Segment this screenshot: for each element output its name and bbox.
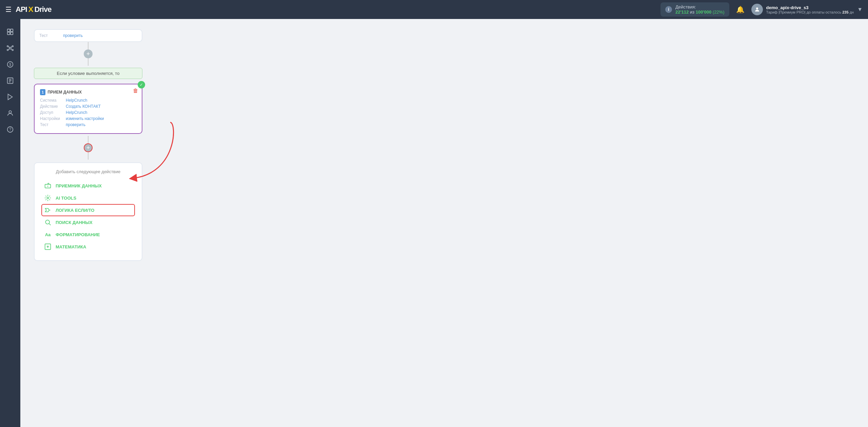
menu-item-search-label: ПОИСК ДАННЫХ (56, 220, 93, 225)
actions-label: Действия: (675, 4, 696, 9)
system-value[interactable]: HelpCrunch (66, 98, 87, 103)
check-icon: ✓ (138, 81, 145, 88)
menu-icon[interactable]: ☰ (5, 5, 12, 14)
ai-tools-icon (44, 194, 52, 202)
chevron-down-icon: ▼ (857, 6, 863, 13)
sidebar-item-tasks[interactable] (3, 73, 18, 88)
svg-line-13 (11, 48, 12, 50)
svg-marker-20 (8, 94, 13, 100)
menu-item-format-label: ФОРМАТИРОВАНИЕ (56, 232, 100, 237)
svg-text:?: ? (9, 127, 12, 132)
actions-total: 100'000 (696, 9, 711, 15)
logo-x: X (28, 5, 33, 14)
receiver-icon (44, 182, 52, 189)
svg-rect-3 (7, 32, 10, 35)
sidebar-item-connections[interactable] (3, 41, 18, 56)
sidebar: $ ? (0, 19, 20, 427)
connector-2: + (34, 136, 142, 160)
add-action-title: Добавить следующее действие (41, 169, 135, 174)
main-content: Тест проверить + Если условие выполняетс… (20, 19, 868, 427)
menu-item-data-receiver-label: ПРИЕМНИК ДАННЫХ (56, 183, 102, 188)
menu-item-format[interactable]: Aa ФОРМАТИРОВАНИЕ (41, 228, 135, 241)
menu-item-math[interactable]: МАТЕМАТИКА (41, 241, 135, 253)
info-icon: i (665, 6, 672, 13)
sidebar-item-video[interactable] (3, 89, 18, 104)
connector-1: + (34, 42, 142, 66)
sidebar-item-help[interactable]: ? (3, 122, 18, 137)
svg-point-0 (756, 7, 758, 9)
svg-line-29 (49, 224, 51, 225)
menu-item-math-label: МАТЕМАТИКА (56, 244, 86, 249)
svg-rect-2 (11, 29, 13, 32)
logo-api: API (16, 5, 27, 14)
avatar (751, 4, 763, 15)
svg-point-26 (47, 197, 49, 199)
username: demo_apix-drive_s3 (766, 5, 854, 10)
logo: APIXDrive (16, 5, 51, 14)
svg-point-21 (9, 111, 11, 113)
connector-line-4 (88, 152, 88, 160)
add-action-box: Добавить следующее действие ПРИЕМНИК ДАН… (34, 162, 142, 261)
sidebar-item-billing[interactable]: $ (3, 57, 18, 72)
access-value[interactable]: HelpCrunch (66, 110, 87, 115)
svg-line-11 (11, 46, 12, 48)
actions-of: из (690, 9, 694, 15)
sidebar-item-profile[interactable] (3, 106, 18, 121)
topbar: ☰ APIXDrive i Действия: 22'112 из 100'00… (0, 0, 868, 19)
connector-line-3 (88, 136, 88, 143)
system-label: Система (40, 98, 63, 103)
user-menu[interactable]: demo_apix-drive_s3 Тариф |Премиум PRO| д… (751, 4, 863, 15)
card-title: 1 ПРИЕМ ДАННЫХ (40, 89, 136, 95)
actions-box: i Действия: 22'112 из 100'000 (22%) (660, 2, 729, 17)
card-test-value[interactable]: проверить (66, 122, 85, 127)
menu-item-logic[interactable]: ЛОГИКА ЕСЛИ/ТО (41, 204, 135, 216)
tariff: Тариф |Премиум PRO| до оплаты осталось 2… (766, 10, 854, 14)
svg-rect-1 (7, 29, 10, 32)
svg-rect-4 (11, 32, 13, 35)
user-info: demo_apix-drive_s3 Тариф |Премиум PRO| д… (766, 5, 854, 14)
action-label: Действие (40, 104, 63, 109)
connector-plus-2[interactable]: + (84, 143, 93, 152)
connector-plus-1[interactable]: + (84, 49, 93, 58)
logo-drive: Drive (34, 5, 51, 14)
data-receive-card: ✓ 🗑 1 ПРИЕМ ДАННЫХ Система HelpCrunch Де… (34, 84, 142, 134)
menu-item-ai-tools-label: AI TOOLS (56, 196, 76, 201)
bell-icon[interactable]: 🔔 (736, 5, 745, 14)
workflow-canvas: Тест проверить + Если условие выполняетс… (34, 29, 854, 261)
logic-icon (44, 206, 52, 214)
sidebar-item-home[interactable] (3, 24, 18, 39)
top-test-value[interactable]: проверить (63, 33, 83, 38)
settings-value[interactable]: изменить настройки (66, 116, 104, 121)
top-test-label: Тест (39, 33, 60, 38)
connector-line (88, 42, 88, 49)
access-label: Доступ (40, 110, 63, 115)
svg-point-28 (45, 220, 50, 224)
svg-line-10 (8, 46, 10, 48)
svg-point-8 (7, 49, 8, 51)
svg-line-12 (8, 48, 10, 50)
actions-count: 22'112 (675, 9, 689, 15)
card-test-label: Тест (40, 122, 63, 127)
format-icon: Aa (44, 231, 52, 238)
svg-point-7 (12, 46, 14, 47)
search-icon (44, 219, 52, 226)
svg-text:$: $ (9, 62, 11, 66)
menu-item-logic-label: ЛОГИКА ЕСЛИ/ТО (56, 208, 94, 213)
menu-item-search[interactable]: ПОИСК ДАННЫХ (41, 216, 135, 228)
math-icon (44, 243, 52, 250)
svg-point-9 (12, 49, 14, 51)
delete-icon[interactable]: 🗑 (133, 88, 138, 94)
connector-line-2 (88, 58, 88, 66)
condition-banner: Если условие выполняется, то (34, 68, 142, 79)
svg-point-6 (7, 46, 8, 47)
top-card: Тест проверить (34, 29, 142, 42)
settings-label: Настройки (40, 116, 63, 121)
actions-text: Действия: 22'112 из 100'000 (22%) (675, 4, 725, 15)
action-value[interactable]: Создать КОНТАКТ (66, 104, 101, 109)
menu-item-data-receiver[interactable]: ПРИЕМНИК ДАННЫХ (41, 180, 135, 192)
actions-pct: (22%) (713, 9, 725, 15)
menu-item-ai-tools[interactable]: AI TOOLS (41, 192, 135, 204)
